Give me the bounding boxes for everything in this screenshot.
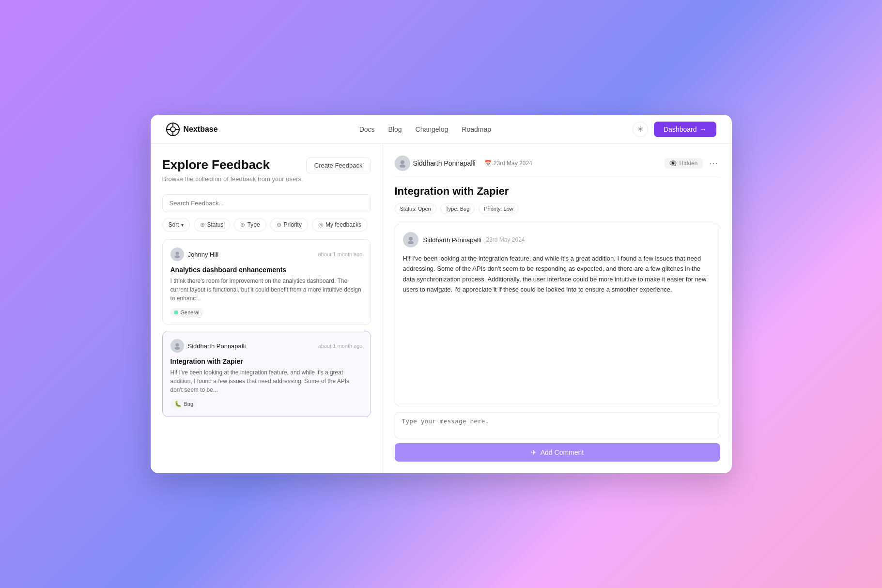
navbar: Nextbase Docs Blog Changelog Roadmap ☀ D… [151,115,732,144]
tag-icon: ⊕ [240,221,245,228]
logo: Nextbase [166,123,218,136]
svg-point-8 [175,343,179,347]
right-panel: Siddharth Ponnapalli 📅 23rd May 2024 👁‍🗨… [383,144,732,473]
comment-header: Siddharth Ponnapalli 23rd May 2024 [403,232,712,248]
logo-text: Nextbase [184,125,218,134]
detail-user-row: Siddharth Ponnapalli 📅 23rd May 2024 [395,155,532,171]
svg-point-9 [174,347,180,350]
svg-point-7 [174,255,180,258]
nav-docs[interactable]: Docs [359,125,375,133]
card-username-2: Siddharth Ponnapalli [188,342,246,350]
feedback-card-2[interactable]: Siddharth Ponnapalli about 1 month ago I… [162,331,371,417]
filter-bar: Sort ▾ ⊕ Status ⊕ Type ⊕ Priority ◎ My [162,218,371,232]
nav-changelog[interactable]: Changelog [416,125,449,133]
detail-actions: 👁‍🗨 Hidden ⋯ [665,156,720,170]
detail-tag-priority: Priority: Low [479,203,519,214]
sort-button[interactable]: Sort ▾ [162,218,190,232]
circle-plus-icon: ⊕ [200,221,205,228]
svg-point-12 [409,237,413,241]
page-title: Explore Feedback [162,157,303,172]
avatar-2 [170,339,184,353]
dashboard-button[interactable]: Dashboard → [654,122,716,137]
card-header-1: Johnny Hill about 1 month ago [170,248,363,261]
avatar-1 [170,248,184,261]
detail-title: Integration with Zapier [395,185,720,198]
bug-icon: 🐛 [174,401,182,407]
nav-right: ☀ Dashboard → [633,122,716,137]
sun-icon: ☀ [637,124,644,134]
card-username-1: Johnny Hill [188,251,219,258]
svg-point-10 [401,160,404,164]
card-body-2: Hi! I've been looking at the integration… [170,368,363,394]
detail-tag-status: Status: Open [395,203,436,214]
calendar-icon: 📅 [484,160,492,167]
comment-body: Hi! I've been looking at the integration… [403,253,712,295]
card-header-2: Siddharth Ponnapalli about 1 month ago [170,339,363,353]
tag-general-icon [174,310,178,314]
card-time-1: about 1 month ago [318,251,363,257]
app-window: Nextbase Docs Blog Changelog Roadmap ☀ D… [151,115,732,473]
add-comment-button[interactable]: ✈ Add Comment [395,443,720,462]
comment-avatar [403,232,418,248]
priority-icon: ⊕ [277,221,281,228]
card-title-2: Integration with Zapier [170,357,363,365]
more-options-button[interactable]: ⋯ [707,156,720,170]
type-filter-button[interactable]: ⊕ Type [234,218,266,232]
hidden-badge: 👁‍🗨 Hidden [665,158,702,169]
search-input[interactable] [162,194,371,212]
page-subtitle: Browse the collection of feedback from y… [162,175,303,183]
detail-tag-type: Type: Bug [440,203,475,214]
card-title-1: Analytics dashboard enhancements [170,266,363,274]
send-icon: ✈ [531,449,537,456]
card-user-1: Johnny Hill [170,248,219,261]
svg-point-6 [175,252,179,255]
priority-filter-button[interactable]: ⊕ Priority [270,218,308,232]
arrow-right-icon: → [700,125,707,133]
create-feedback-button[interactable]: Create Feedback [306,157,371,173]
detail-date: 📅 23rd May 2024 [484,160,532,167]
detail-username: Siddharth Ponnapalli [413,159,476,167]
left-panel: Explore Feedback Browse the collection o… [151,144,383,473]
card-tag-2: 🐛 Bug [170,399,198,409]
user-icon: ◎ [318,221,323,228]
svg-point-11 [400,165,405,168]
feedback-card-1[interactable]: Johnny Hill about 1 month ago Analytics … [162,239,371,325]
status-filter-button[interactable]: ⊕ Status [194,218,230,232]
card-time-2: about 1 month ago [318,343,363,349]
my-feedbacks-filter-button[interactable]: ◎ My feedbacks [312,218,368,232]
card-user-2: Siddharth Ponnapalli [170,339,246,353]
message-input[interactable] [395,412,720,438]
nav-blog[interactable]: Blog [388,125,402,133]
svg-point-1 [170,127,175,132]
chevron-down-icon: ▾ [181,222,184,228]
svg-point-13 [408,241,414,245]
comment-section: Siddharth Ponnapalli 23rd May 2024 Hi! I… [395,224,720,406]
comment-date: 23rd May 2024 [486,236,525,243]
card-tag-1: General [170,308,203,317]
detail-header: Siddharth Ponnapalli 📅 23rd May 2024 👁‍🗨… [395,155,720,178]
theme-toggle-button[interactable]: ☀ [633,122,648,137]
eye-hidden-icon: 👁‍🗨 [669,160,677,167]
detail-tags: Status: Open Type: Bug Priority: Low [395,203,720,214]
nav-links: Docs Blog Changelog Roadmap [359,125,491,133]
detail-avatar [395,155,410,171]
main-content: Explore Feedback Browse the collection o… [151,144,732,473]
logo-icon [166,123,180,136]
comment-username: Siddharth Ponnapalli [423,236,481,244]
nav-roadmap[interactable]: Roadmap [462,125,491,133]
card-body-1: I think there's room for improvement on … [170,277,363,303]
